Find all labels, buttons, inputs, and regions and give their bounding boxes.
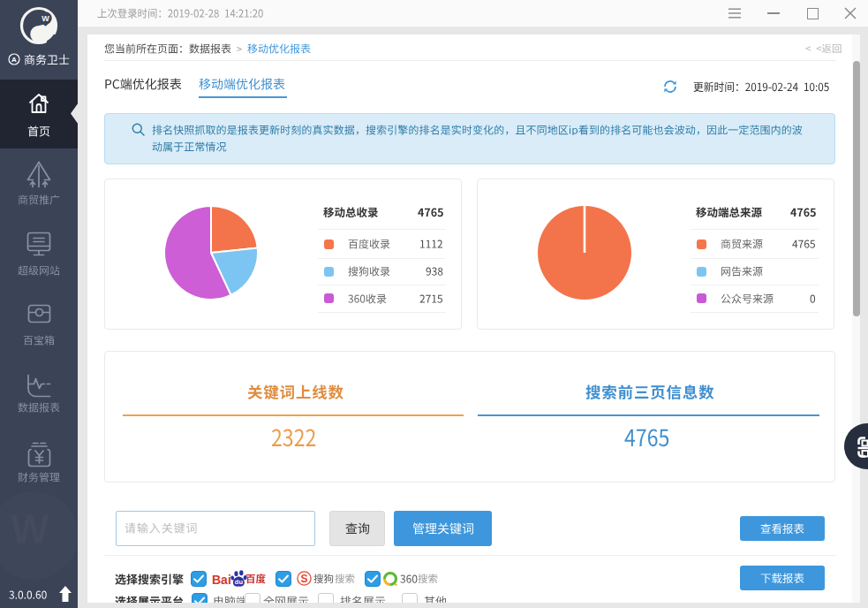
- svg-text:A: A: [11, 56, 17, 64]
- svg-text:du: du: [235, 578, 244, 586]
- svg-text:S: S: [300, 573, 307, 585]
- svg-text:Bai: Bai: [212, 573, 231, 587]
- svg-text:W: W: [42, 14, 49, 23]
